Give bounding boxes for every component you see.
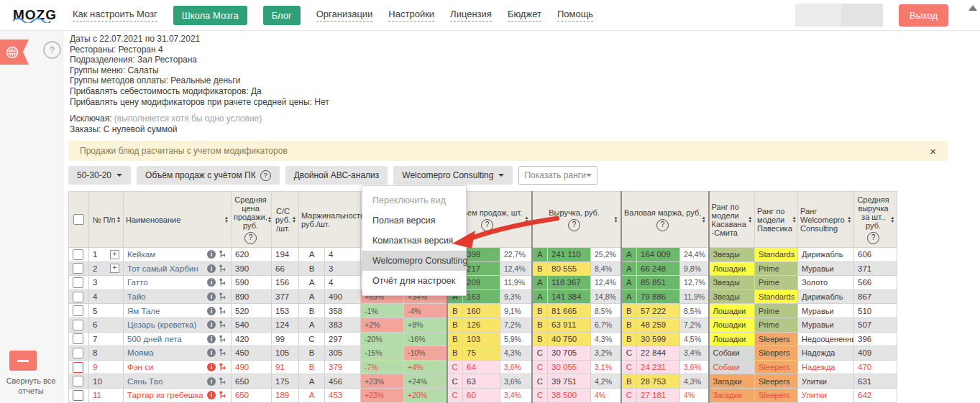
nav-button[interactable]: Школа Мозга xyxy=(173,6,247,25)
row-select-cell xyxy=(69,248,89,262)
row-checkbox[interactable] xyxy=(73,263,83,274)
volume-with-pk-button[interactable]: Объём продаж с учётом ПК? xyxy=(137,166,280,185)
nav-link[interactable]: Бюджет xyxy=(508,9,541,22)
sort-icon[interactable] xyxy=(224,216,229,223)
dish-name-link[interactable]: Тартар из гребешка xyxy=(127,391,203,399)
preset-dropdown-button[interactable]: 50-30-20 xyxy=(68,166,131,185)
gross-margin-cell: 164 009 xyxy=(637,248,680,262)
recipe-icon[interactable] xyxy=(219,292,227,301)
sort-icon[interactable] xyxy=(525,216,529,223)
sort-icon[interactable] xyxy=(267,216,272,223)
nav-link[interactable]: Настройки xyxy=(388,9,434,22)
menu-item[interactable]: Компактная версия xyxy=(362,231,466,251)
dish-name-link[interactable]: Сянь Тао xyxy=(127,377,162,386)
nav-link[interactable]: Лицензия xyxy=(450,9,492,22)
scroll-top-arrow[interactable] xyxy=(968,5,977,11)
sort-icon[interactable] xyxy=(116,216,121,223)
sort-icon[interactable] xyxy=(702,216,706,223)
dish-name-link[interactable]: Тот самый Харбин xyxy=(127,264,198,273)
brain-ribbon-icon[interactable] xyxy=(0,40,29,65)
dish-name-link[interactable]: Мояма xyxy=(127,348,154,357)
revenue-rank-cell: A xyxy=(532,289,548,304)
info-icon[interactable] xyxy=(207,363,216,371)
row-checkbox[interactable] xyxy=(73,390,83,401)
row-checkbox[interactable] xyxy=(73,292,83,302)
gross-margin-rank-cell: B xyxy=(621,304,637,318)
help-icon[interactable]: ? xyxy=(568,219,580,231)
recipe-icon[interactable] xyxy=(219,264,227,273)
table-row: 10Сянь Тао650175A456+23%+24%C633,6%C39 7… xyxy=(69,374,897,389)
sort-icon[interactable] xyxy=(748,216,752,223)
row-checkbox[interactable] xyxy=(73,348,83,358)
help-icon[interactable]: ? xyxy=(481,219,493,231)
menu-item[interactable]: Welcomepro Consulting xyxy=(362,251,466,271)
sort-icon[interactable] xyxy=(890,216,894,223)
recipe-icon[interactable] xyxy=(219,348,227,357)
recipe-icon[interactable] xyxy=(219,278,227,287)
sort-icon[interactable] xyxy=(792,216,797,223)
nav-link[interactable]: Организации xyxy=(316,9,373,22)
logout-button[interactable]: Выход xyxy=(899,4,948,27)
nav-button[interactable]: Блог xyxy=(263,6,301,25)
margin-rank-cell: B xyxy=(299,360,325,374)
dish-name-link[interactable]: 500 дней лета xyxy=(127,335,182,343)
sort-icon[interactable] xyxy=(292,216,296,223)
info-icon[interactable] xyxy=(207,320,216,329)
dish-name-link[interactable]: Гатто xyxy=(127,278,148,287)
info-icon[interactable] xyxy=(207,377,216,386)
row-icons xyxy=(207,363,227,371)
info-icon[interactable] xyxy=(207,307,216,315)
nav-link[interactable]: Как настроить Мозг xyxy=(73,9,157,22)
recipe-icon[interactable] xyxy=(219,377,227,386)
menu-item[interactable]: Отчёт для настроек xyxy=(362,271,466,291)
expand-row-icon[interactable] xyxy=(110,264,119,273)
gross-margin-cell: 22 844 xyxy=(637,346,680,361)
banner-close-icon[interactable]: × xyxy=(930,146,936,157)
recipe-icon[interactable] xyxy=(219,363,227,371)
select-all-checkbox[interactable] xyxy=(73,214,84,225)
row-checkbox[interactable] xyxy=(73,362,83,373)
info-icon[interactable] xyxy=(207,391,216,399)
help-icon[interactable]: ? xyxy=(244,232,257,244)
collapse-all-reports-button[interactable] xyxy=(9,351,37,371)
info-icon[interactable] xyxy=(207,292,216,301)
dish-name-link[interactable]: Цезарь (креветка) xyxy=(127,320,196,329)
info-icon[interactable] xyxy=(207,335,216,343)
info-icon[interactable] xyxy=(207,264,216,273)
info-icon[interactable] xyxy=(207,278,216,287)
info-icon[interactable] xyxy=(207,250,216,259)
info-icon[interactable] xyxy=(207,348,216,357)
recipe-icon[interactable] xyxy=(219,335,227,343)
row-number: 2 xyxy=(93,264,97,273)
margin-cell: 456 xyxy=(325,374,361,389)
menu-item[interactable]: Полная версия xyxy=(362,210,466,231)
sort-icon[interactable] xyxy=(614,216,618,223)
revenue-rank-cell: C xyxy=(532,346,548,361)
dish-name-link[interactable]: Фэн си xyxy=(127,363,153,371)
mozg-logo[interactable]: MOZG xyxy=(13,7,57,23)
double-abc-button[interactable]: Двойной АВС-анализ xyxy=(285,166,388,185)
expand-row-icon[interactable] xyxy=(110,250,119,259)
view-dropdown-button[interactable]: Welcomepro Consulting xyxy=(393,166,513,185)
help-icon[interactable]: ? xyxy=(867,232,879,244)
row-checkbox[interactable] xyxy=(73,320,83,330)
row-checkbox[interactable] xyxy=(73,249,83,260)
dish-name-link[interactable]: Ям Тале xyxy=(127,307,160,315)
dish-name-link[interactable]: Тайо xyxy=(127,292,146,301)
recipe-icon[interactable] xyxy=(219,391,227,399)
row-checkbox[interactable] xyxy=(73,376,83,386)
sort-icon[interactable] xyxy=(847,216,851,223)
recipe-icon[interactable] xyxy=(219,320,227,329)
dish-name-link[interactable]: Кейкам xyxy=(127,250,155,259)
row-checkbox[interactable] xyxy=(73,305,83,316)
nav-link[interactable]: Помощь xyxy=(557,9,593,22)
row-checkbox[interactable] xyxy=(73,277,83,288)
recipe-icon[interactable] xyxy=(219,250,227,259)
help-icon[interactable]: ? xyxy=(656,219,669,231)
show-ranks-select[interactable]: Показать ранги xyxy=(518,166,597,185)
row-checkbox[interactable] xyxy=(73,333,83,344)
avg-revenue-cell: 507 xyxy=(854,318,897,332)
report-help-icon[interactable]: ? xyxy=(43,41,61,59)
revenue-share-cell: 25,2% xyxy=(591,248,621,262)
recipe-icon[interactable] xyxy=(219,307,227,315)
